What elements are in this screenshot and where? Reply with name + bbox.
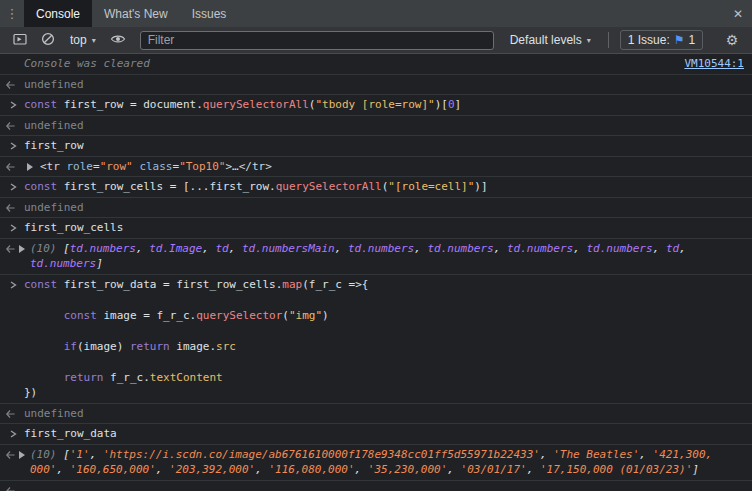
token-ostr: '116,080,000' (268, 463, 354, 476)
console-row-command: const first_row_data = first_row_cells.m… (0, 275, 752, 404)
context-selector[interactable]: top ▾ (64, 29, 102, 51)
console-row-result: (10) ['1', 'https://i.scdn.co/image/ab67… (0, 445, 752, 481)
return-arrow-icon (5, 450, 16, 463)
token-plit: , (57, 463, 70, 476)
tab-whats-new[interactable]: What's New (92, 0, 180, 27)
return-arrow-icon (5, 486, 16, 491)
prompt-chevron-icon (8, 223, 18, 236)
token-ostr: 000' (30, 463, 57, 476)
token-pl: first_row_data = first_row_cells. (57, 278, 282, 291)
token-fn: map (282, 278, 302, 291)
token-plit: , (90, 448, 103, 461)
console-line: }) (24, 385, 744, 401)
token-pl: (f_r_c =>{ (302, 278, 368, 291)
console-log: Console was clearedVM10544:1undefinedcon… (0, 54, 752, 491)
token-plit: , (136, 242, 149, 255)
console-line: const image = f_r_c.querySelector("img") (24, 308, 744, 324)
console-line: (10) [td.numbers, td.Image, td, td.numbe… (30, 241, 744, 257)
token-fn: querySelectorAll (203, 98, 309, 111)
return-arrow-icon (5, 244, 16, 257)
clear-console-button[interactable] (36, 29, 60, 51)
source-link[interactable]: VM10544:1 (684, 57, 744, 70)
token-pl: first_row (24, 139, 84, 152)
token-node: td.numbers (427, 242, 493, 255)
context-selector-label: top (70, 33, 87, 47)
token-pl: image. (170, 340, 216, 353)
token-pl: )] (474, 180, 487, 193)
token-mutedit: (10) (30, 448, 63, 461)
console-line: const first_row_data = first_row_cells.m… (24, 277, 744, 293)
token-plit: , (653, 242, 666, 255)
token-pl: image = f_r_c. (97, 309, 196, 322)
return-arrow-icon (5, 121, 16, 134)
token-kw: return (130, 340, 170, 353)
console-row-command: const first_row = document.querySelector… (0, 95, 752, 116)
token-pl: … (232, 160, 239, 173)
log-levels-dropdown[interactable]: Default levels ▾ (504, 29, 597, 51)
token-pl: f_r_c. (104, 371, 150, 384)
token-muted: undefined (24, 407, 84, 420)
token-pl: first_row_cells (24, 221, 123, 234)
tabbar-spacer (238, 0, 724, 27)
token-prop: src (216, 340, 236, 353)
token-attr: class (139, 160, 172, 173)
kebab-menu-icon[interactable]: ⋮ (0, 0, 24, 27)
tab-console[interactable]: Console (24, 0, 92, 27)
token-kw: const (24, 180, 57, 193)
issues-count: 1 (689, 33, 696, 47)
console-line: 000', '160,650,000', '203,392,000', '116… (30, 462, 744, 478)
token-num: 0 (448, 98, 455, 111)
filter-input[interactable] (140, 31, 494, 50)
console-line: first_row (24, 138, 744, 154)
live-expression-button[interactable] (106, 29, 130, 51)
expand-triangle-icon[interactable] (26, 162, 34, 175)
console-row-result: undefined (0, 198, 752, 219)
console-line: first_row_data (24, 426, 744, 442)
console-line (24, 354, 744, 370)
console-sidebar-icon (12, 31, 28, 50)
token-plit: , (414, 242, 427, 255)
tab-issues-label: Issues (192, 7, 227, 21)
token-hp: <tr (40, 160, 67, 173)
tab-bar: ⋮ Console What's New Issues ✕ (0, 0, 752, 27)
token-node: td.Image (149, 242, 202, 255)
console-toolbar: top ▾ Default levels ▾ 1 Issue: ⚑ 1 ⚙ (0, 27, 752, 54)
console-line: (10) ['1', 'https://i.scdn.co/image/ab67… (30, 447, 744, 463)
console-line (24, 323, 744, 339)
console-sidebar-toggle-button[interactable] (8, 29, 32, 51)
token-plit: , (527, 463, 540, 476)
token-ostr: '421,300, (653, 448, 713, 461)
token-hp: = (93, 160, 100, 173)
console-row-result: (10) [td.numbers, td.Image, td, td.numbe… (0, 239, 752, 275)
expand-triangle-icon[interactable] (18, 244, 26, 257)
token-pl: first_row = document. (57, 98, 203, 111)
expand-triangle-icon[interactable] (18, 450, 26, 463)
token-pl: )[ (435, 98, 448, 111)
token-fn: querySelectorAll (276, 180, 382, 193)
token-pl (24, 309, 64, 322)
prompt-chevron-icon (8, 100, 18, 113)
token-kw: const (64, 309, 97, 322)
tab-issues[interactable]: Issues (180, 0, 239, 27)
token-ostr: '160,650,000' (70, 463, 156, 476)
toolbar-separator (608, 32, 609, 48)
token-muted: undefined (24, 201, 84, 214)
token-ostr: '203,392,000' (169, 463, 255, 476)
token-str: "[role=cell]" (388, 180, 474, 193)
console-row-result (0, 481, 752, 491)
settings-gear-button[interactable]: ⚙ (720, 29, 744, 51)
console-line: undefined (24, 200, 744, 216)
issues-counter-text: 1 Issue: (628, 33, 670, 47)
token-plit: , (540, 448, 553, 461)
token-plit: [ (63, 242, 70, 255)
console-row-result: undefined (0, 116, 752, 137)
close-icon[interactable]: ✕ (724, 0, 752, 27)
console-line (24, 483, 744, 491)
clear-console-icon (40, 31, 56, 50)
token-plit: , (494, 242, 507, 255)
issues-counter-button[interactable]: 1 Issue: ⚑ 1 (620, 30, 703, 50)
console-line: first_row_cells (24, 220, 744, 236)
console-line: const first_row = document.querySelector… (24, 97, 744, 113)
token-plit: , (202, 242, 215, 255)
token-plit: , (573, 242, 586, 255)
